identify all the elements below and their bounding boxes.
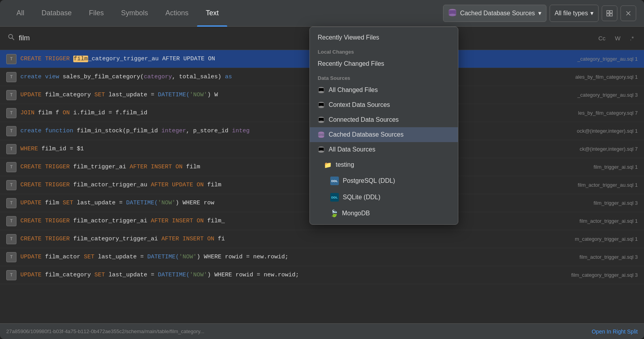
file-types-dropdown[interactable]: All file types ▾ (550, 5, 599, 22)
row-code: UPDATE film_category SET last_update = D… (20, 92, 573, 98)
dropdown-item[interactable]: 📁testing (310, 157, 458, 173)
row-type-icon: T (6, 216, 16, 226)
svg-point-13 (318, 106, 324, 108)
result-row[interactable]: TCREATE TRIGGER film_category_trigger_ai… (0, 230, 644, 248)
row-file: ales_by_film_category.sql 1 (575, 74, 638, 80)
search-options: Cc W .* (596, 33, 636, 43)
row-code: create view sales_by_film_category(categ… (20, 74, 572, 80)
row-file: ck@(integer,integer).sql 7 (580, 146, 638, 152)
svg-rect-5 (610, 14, 612, 16)
row-file: ock@(integer,integer).sql 1 (577, 128, 638, 134)
dropdown-item[interactable]: Recently Viewed Files (310, 30, 458, 45)
dropdown-item-label: Context Data Sources (329, 101, 390, 108)
dropdown-item-label: Cached Database Sources (329, 131, 403, 138)
tab-all[interactable]: All (8, 0, 33, 27)
row-file: _category_trigger_au.sql 3 (577, 92, 638, 98)
dropdown-item-label: All Changed Files (329, 87, 378, 94)
dropdown-item-label: MongoDB (342, 210, 370, 217)
scope-dropdown-label: Cached Database Sources (460, 10, 535, 17)
row-code: CREATE TRIGGER film_actor_trigger_au AFT… (20, 182, 574, 188)
row-type-icon: T (6, 126, 16, 136)
row-file: film_trigger_ai.sql 3 (593, 200, 638, 206)
svg-rect-2 (607, 11, 609, 13)
row-file: film_actor_trigger_ai.sql 3 (579, 254, 638, 260)
dropdown-item[interactable]: Cached Database Sources (310, 127, 458, 142)
row-type-icon: T (6, 144, 16, 154)
search-input[interactable] (19, 34, 596, 42)
case-sensitive-button[interactable]: Cc (596, 33, 608, 43)
main-window: All Database Files Symbols Actions Text … (0, 0, 644, 339)
postgresql-icon: DDL (330, 177, 339, 185)
dropdown-item[interactable]: Connected Data Sources (310, 112, 458, 127)
dropdown-item-label: All Data Sources (329, 146, 375, 153)
row-code: UPDATE film SET last_update = DATETIME('… (20, 200, 590, 206)
scope-dropdown[interactable]: Cached Database Sources ▾ (443, 5, 546, 22)
dropdown-item-label: testing (336, 161, 354, 168)
scope-dropdown-chevron: ▾ (538, 9, 541, 17)
row-type-icon: T (6, 198, 16, 208)
tab-actions[interactable]: Actions (157, 0, 197, 27)
dropdown-item-label: SQLite (DDL) (343, 194, 380, 201)
row-file: film_actor_trigger_ai.sql 1 (579, 218, 638, 224)
row-file: film_trigger_ai.sql 1 (593, 164, 638, 170)
tab-files[interactable]: Files (80, 0, 112, 27)
row-type-icon: T (6, 270, 16, 280)
dropdown-section-header: Data Sources (310, 71, 458, 83)
tab-symbols[interactable]: Symbols (112, 0, 157, 27)
row-code: CREATE TRIGGER film_actor_trigger_ai AFT… (20, 218, 575, 224)
db-icon (318, 146, 325, 153)
dropdown-item[interactable]: All Data Sources (310, 142, 458, 157)
row-file: film_actor_trigger_au.sql 1 (578, 182, 638, 188)
sqlite-icon: DDL (330, 193, 339, 202)
svg-point-1 (449, 14, 456, 16)
row-type-icon: T (6, 108, 16, 118)
close-button[interactable] (620, 5, 636, 21)
dropdown-item-label: PostgreSQL (DDL) (343, 177, 395, 184)
db-icon (318, 116, 325, 123)
dropdown-item-label: Recently Viewed Files (318, 34, 379, 41)
tab-bar: All Database Files Symbols Actions Text … (0, 0, 644, 27)
regex-button[interactable]: .* (628, 33, 636, 43)
file-types-chevron: ▾ (590, 9, 593, 17)
svg-point-15 (318, 121, 324, 123)
close-icon (626, 11, 631, 16)
row-type-icon: T (6, 234, 16, 244)
dropdown-item[interactable]: All Changed Files (310, 83, 458, 97)
layout-grid-button[interactable] (602, 5, 617, 21)
search-icon (8, 34, 15, 43)
svg-rect-3 (610, 11, 612, 13)
row-code: CREATE TRIGGER film_category_trigger_ai … (20, 236, 571, 242)
dropdown-item[interactable]: Context Data Sources (310, 97, 458, 112)
dropdown-item[interactable]: DDLPostgreSQL (DDL) (310, 173, 458, 189)
dropdown-section-header: Local Changes (310, 45, 458, 56)
svg-point-17 (318, 136, 324, 138)
row-code: CREATE TRIGGER film_trigger_ai AFTER INS… (20, 164, 590, 170)
row-code: UPDATE film_actor SET last_update = DATE… (20, 254, 575, 260)
status-bar: 27a85906/109980f1-b03f-4a75-b112-0b472ae… (0, 323, 644, 339)
svg-line-9 (12, 38, 14, 40)
row-code: WHERE film_id = $1 (20, 146, 576, 152)
dropdown-item-label: Connected Data Sources (329, 116, 399, 123)
dropdown-item[interactable]: DDLSQLite (DDL) (310, 189, 458, 206)
open-right-split-button[interactable]: Open In Right Split (592, 328, 638, 335)
result-row[interactable]: TUPDATE film_actor SET last_update = DAT… (0, 248, 644, 266)
dropdown-item[interactable]: 🍃MongoDB (310, 206, 458, 221)
row-file: m_category_trigger_ai.sql 1 (575, 236, 638, 242)
svg-point-8 (9, 34, 13, 38)
file-types-label: All file types (555, 10, 588, 17)
tab-database[interactable]: Database (33, 0, 80, 27)
whole-word-button[interactable]: W (613, 33, 623, 43)
row-type-icon: T (6, 90, 16, 100)
result-row[interactable]: TUPDATE film_category SET last_update = … (0, 266, 644, 284)
svg-point-19 (318, 151, 324, 153)
tab-text[interactable]: Text (197, 0, 227, 27)
row-type-icon: T (6, 54, 16, 64)
search-input-wrapper (8, 34, 596, 43)
folder-icon: 📁 (324, 161, 332, 169)
row-type-icon: T (6, 180, 16, 190)
row-file: _category_trigger_au.sql 1 (577, 56, 638, 62)
grid-icon (606, 10, 613, 16)
dropdown-item[interactable]: Recently Changed Files (310, 56, 458, 71)
svg-rect-4 (607, 14, 609, 16)
row-file: film_category_trigger_ai.sql 3 (571, 272, 638, 278)
